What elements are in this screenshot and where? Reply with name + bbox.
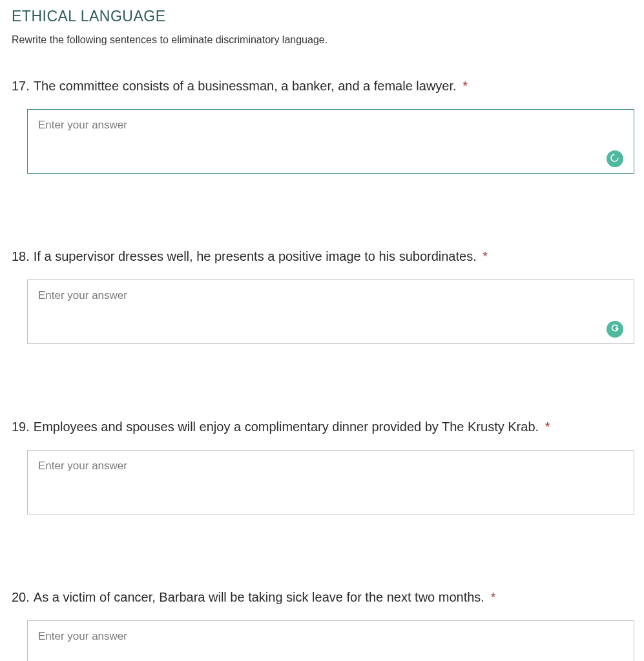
required-mark: * (462, 79, 468, 93)
question-text: As a victim of cancer, Barbara will be t… (34, 588, 495, 606)
required-mark: * (490, 590, 495, 604)
answer-input[interactable] (27, 450, 634, 514)
question-row: 19. Employees and spouses will enjoy a c… (12, 418, 632, 436)
answer-input[interactable] (27, 109, 634, 174)
moon-icon (610, 152, 620, 165)
answer-input[interactable] (27, 620, 634, 661)
question-block: 18. If a supervisor dresses well, he pre… (12, 247, 632, 347)
question-text-content: As a victim of cancer, Barbara will be t… (34, 590, 484, 604)
question-block: 17. The committee consists of a business… (12, 77, 632, 176)
question-text: Employees and spouses will enjoy a compl… (34, 418, 550, 436)
question-text: If a supervisor dresses well, he present… (34, 247, 488, 265)
question-block: 19. Employees and spouses will enjoy a c… (12, 418, 632, 517)
question-text-content: Employees and spouses will enjoy a compl… (34, 420, 543, 434)
question-row: 17. The committee consists of a business… (12, 77, 632, 95)
answer-input[interactable] (27, 280, 634, 344)
question-block: 20. As a victim of cancer, Barbara will … (12, 588, 632, 661)
question-text: The committee consists of a businessman,… (34, 77, 468, 95)
answer-container (27, 450, 632, 517)
question-number: 20. (12, 588, 30, 606)
grammarly-badge[interactable] (607, 321, 623, 338)
question-row: 20. As a victim of cancer, Barbara will … (12, 588, 632, 606)
answer-container (27, 280, 632, 347)
question-number: 18. (12, 247, 30, 265)
required-mark: * (545, 420, 550, 434)
grammarly-badge[interactable] (607, 150, 623, 167)
section-heading: ETHICAL LANGUAGE (12, 8, 632, 25)
question-row: 18. If a supervisor dresses well, he pre… (12, 247, 632, 265)
question-number: 19. (12, 418, 30, 436)
grammarly-g-icon (610, 323, 620, 336)
question-text-content: The committee consists of a businessman,… (34, 79, 457, 93)
section-description: Rewrite the following sentences to elimi… (12, 34, 632, 46)
question-number: 17. (12, 77, 30, 95)
question-text-content: If a supervisor dresses well, he present… (34, 249, 477, 263)
required-mark: * (483, 249, 488, 263)
answer-container (27, 620, 632, 661)
answer-container (27, 109, 632, 176)
